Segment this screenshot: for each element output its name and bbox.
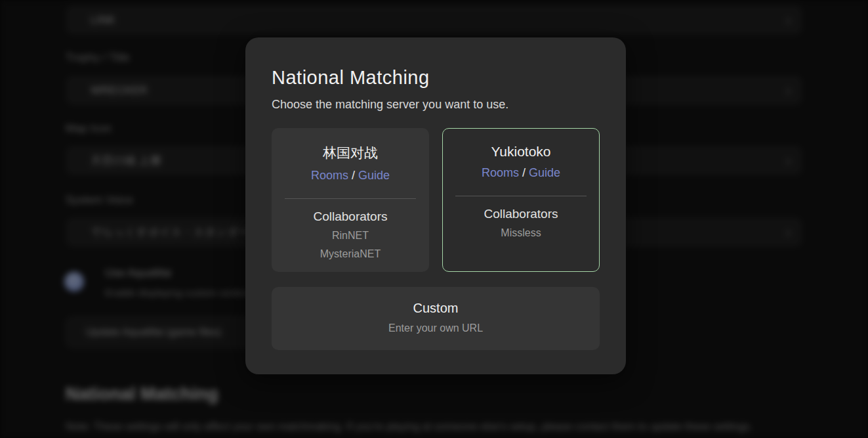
collaborators-heading: Collaborators	[443, 207, 599, 221]
collaborators-heading: Collaborators	[272, 209, 428, 224]
link-separator: /	[519, 166, 529, 179]
server-card-linguo[interactable]: 林国对战 Rooms / Guide Collaborators RinNET …	[272, 128, 429, 272]
guide-link[interactable]: Guide	[358, 169, 390, 182]
rooms-link[interactable]: Rooms	[482, 166, 519, 179]
server-links: Rooms / Guide	[443, 166, 599, 180]
collaborator-name: MysteriaNET	[272, 248, 428, 261]
card-divider	[285, 198, 416, 199]
custom-card-title: Custom	[272, 301, 600, 316]
rooms-link[interactable]: Rooms	[311, 169, 348, 182]
collaborator-name: RinNET	[272, 229, 428, 242]
link-separator: /	[348, 169, 358, 182]
server-name: 林国对战	[272, 144, 428, 162]
guide-link[interactable]: Guide	[529, 166, 560, 179]
custom-card-subtitle: Enter your own URL	[272, 322, 600, 334]
custom-server-card[interactable]: Custom Enter your own URL	[272, 287, 600, 350]
modal-subtitle: Choose the matching server you want to u…	[272, 98, 600, 112]
app-root: LINK › Trophy / Title WRECKER › Map Icon…	[0, 0, 868, 438]
modal-title: National Matching	[272, 67, 600, 89]
national-matching-modal: National Matching Choose the matching se…	[245, 37, 626, 374]
server-links: Rooms / Guide	[272, 169, 428, 183]
server-card-yukiotoko[interactable]: Yukiotoko Rooms / Guide Collaborators Mi…	[442, 128, 600, 272]
server-cards-row: 林国对战 Rooms / Guide Collaborators RinNET …	[272, 128, 600, 272]
card-divider	[455, 196, 587, 196]
server-name: Yukiotoko	[443, 144, 599, 160]
collaborator-name: Missless	[443, 227, 599, 240]
